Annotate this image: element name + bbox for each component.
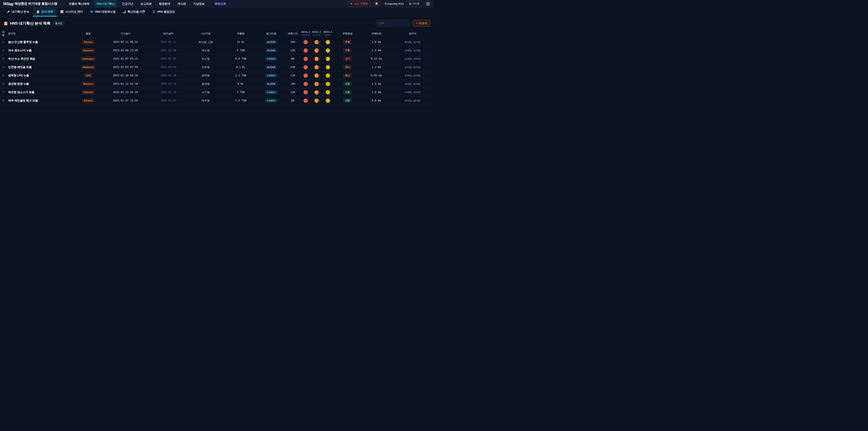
analysis-date: 2025-02-11 [149, 40, 188, 43]
incident-location: 부산항 [188, 57, 224, 61]
incident-datetime: 2025-01-22 02:30 [102, 82, 149, 86]
row-number: 3 [0, 57, 7, 60]
material-badge: Ethanol [82, 98, 95, 103]
table-header-row: 번호 분석명 물질 사고일시 분석날짜 사고지점 유출량 알고리즘 예측시간 A… [0, 29, 434, 38]
table-row[interactable]: 2 여수 엠프시아 누출 Benzene 2025-02-08 23:40 20… [0, 46, 434, 55]
aegl1-indicator [326, 65, 330, 69]
incident-location: 광양항 [188, 82, 224, 86]
tab-시나리오 관리[interactable]: 시나리오 관리 [57, 8, 86, 17]
new-analysis-button[interactable]: + 새 분석 [413, 20, 430, 27]
nav-item-항공탐색[interactable]: 항공탐색 [156, 0, 173, 7]
aegl3-indicator [304, 98, 308, 103]
search-input[interactable] [376, 20, 410, 27]
analyst-names: 제주팀, 일대팀 [391, 99, 434, 102]
column-header-name: 분석명 [7, 32, 74, 35]
table-row[interactable]: 7 목포항 염소스가 유출 Chlorine 2025-01-15 05:10 … [0, 88, 434, 96]
tab-확산모델 이론[interactable]: 확산모델 이론 [119, 8, 149, 17]
damage-radius: 1.0 km [362, 91, 391, 94]
aegl1-indicator [326, 49, 330, 53]
dna-icon [152, 10, 156, 13]
analysis-name: 울산 온산항 톨루엔 누출 [7, 40, 74, 44]
aegl2-indicator [314, 57, 319, 61]
nav-item-긴급구난[interactable]: 긴급구난 [119, 0, 136, 7]
table-row[interactable]: 3 부산 수소 추진연 폭발 Hydrogen 2025-02-07 03:15… [0, 55, 434, 63]
user-divider [382, 2, 382, 6]
tab-대기확산 분석[interactable]: 대기확산 분석 [3, 8, 33, 17]
incident-status-badge[interactable]: 사고 진행중 [348, 0, 371, 7]
analysis-date: 2025-01-15 [149, 91, 188, 94]
analysis-name: 평택항 LPG 누출 [7, 74, 74, 78]
algorithm-badge: CAMEO [265, 90, 278, 94]
table-row[interactable]: 5 평택항 LPG 누출 LPG 2025-01-28 00:20 2025-0… [0, 71, 434, 80]
page-title-text: HNS 대기확산 분석 목록 [10, 21, 51, 26]
topbar-right: 사고 진행중 Eunjeong Kim 로그아웃 [348, 0, 431, 7]
tab-label: 시나리오 관리 [65, 10, 83, 14]
aegl3-indicator [304, 57, 308, 61]
column-header-aegl1: AEGL-1 불쾌감 [322, 30, 333, 37]
incident-dot-icon [350, 3, 352, 4]
analyst-names: 운영팀, 방재팀 [391, 40, 434, 44]
menu-button[interactable] [425, 0, 431, 7]
spill-amount: 3.2 TON [224, 74, 258, 77]
tab-분석 목록[interactable]: 분석 목록 [33, 8, 57, 17]
material-badge: Benzene [81, 82, 95, 86]
column-header-risk: 위험등급 [333, 32, 362, 35]
aegl3-indicator [304, 82, 308, 86]
chart-icon [60, 10, 64, 13]
risk-grade-badge: 위험 [343, 39, 352, 44]
aegl2-indicator [314, 49, 319, 53]
nav-item-통합조회[interactable]: 통합조회 [212, 0, 228, 7]
nav-item-기상정보[interactable]: 기상정보 [190, 0, 207, 7]
nav-item-유출유 확산예측[interactable]: 유출유 확산예측 [66, 0, 92, 7]
tab-HNS 물질정보[interactable]: HNS 물질정보 [149, 8, 179, 17]
nav-item-HNS·대기확산[interactable]: HNS·대기확산 [94, 0, 117, 7]
incident-datetime: 2025-01-07 22:55 [102, 99, 149, 102]
analyst-names: 중부팀, 방재팀 [391, 74, 434, 77]
aegl1-indicator [326, 90, 330, 94]
analysis-date: 2025-02-07 [149, 57, 188, 60]
column-sublabel-aegl2: 건강피해 [311, 34, 322, 37]
tab-label: 확산모델 이론 [127, 10, 145, 14]
algorithm-badge: CAMEO [265, 73, 278, 78]
incident-status-label: 사고 진행중 [354, 2, 368, 6]
incident-location: 평택항 [188, 74, 224, 78]
tab-HNS 대응매뉴얼[interactable]: HNS 대응매뉴얼 [86, 8, 119, 17]
analysis-date: 2025-02-08 [149, 49, 188, 52]
table-row[interactable]: 4 인천항 메탄올 유출 Methanol 2025-02-03 07:50 2… [0, 63, 434, 71]
row-number: 6 [0, 82, 7, 86]
analysis-date: 2025-01-28 [149, 74, 188, 77]
incident-datetime: 2025-01-28 00:20 [102, 74, 149, 77]
aegl2-indicator [314, 98, 319, 103]
column-header-aegl3: AEGL-3 생명위협 [301, 30, 311, 37]
table-row[interactable]: 1 울산 온산항 톨루엔 누출 Toluene 2025-02-11 05:15… [0, 38, 434, 46]
material-badge: Methanol [81, 65, 95, 69]
analysis-name: 목포항 염소스가 유출 [7, 90, 74, 94]
risk-grade-badge: 경고 [343, 65, 352, 70]
notifications-button[interactable] [373, 0, 380, 7]
nav-item-보고자료[interactable]: 보고자료 [138, 0, 154, 7]
column-header-algorithm: 알고리즘 [258, 32, 285, 35]
risk-grade-badge: 관찰 [343, 98, 352, 103]
damage-radius: 1.2 km [362, 65, 391, 69]
main-nav: 유출유 확산예측HNS·대기확산긴급구난보고자료항공탐색게시판기상정보통합조회 [66, 0, 344, 7]
incident-location: 부산항 신항 [188, 40, 224, 44]
aegl3-indicator [304, 73, 308, 78]
algorithm-badge: CAMEO [265, 57, 278, 61]
top-bar: Wing 해양환경 위기대응 통합시스템 유출유 확산예측HNS·대기확산긴급구… [0, 0, 434, 8]
incident-location: 인천항 [188, 65, 224, 69]
analyst-names: 서해팀, 방재팀 [391, 91, 434, 94]
nav-item-게시판[interactable]: 게시판 [175, 0, 189, 7]
tab-label: 분석 목록 [41, 10, 53, 14]
table-row[interactable]: 6 광양항 벤젠 누출 Benzene 2025-01-22 02:30 202… [0, 80, 434, 88]
table-row[interactable]: 8 제주 에탄올링 탱크 파열 Ethanol 2025-01-07 22:55… [0, 96, 434, 105]
analysis-table: 번호 분석명 물질 사고일시 분석날짜 사고지점 유출량 알고리즘 예측시간 A… [0, 29, 434, 105]
aegl1-indicator [326, 40, 330, 44]
risk-grade-badge: 심각 [343, 56, 352, 61]
incident-datetime: 2025-02-03 07:50 [102, 65, 149, 69]
forecast-duration: 24H [285, 40, 301, 43]
incident-datetime: 2025-02-08 23:40 [102, 49, 149, 52]
forecast-duration: 24H [285, 82, 301, 86]
logout-button[interactable]: 로그아웃 [406, 0, 422, 7]
forecast-duration: 12H [285, 49, 301, 52]
risk-grade-badge: 경고 [343, 73, 352, 78]
